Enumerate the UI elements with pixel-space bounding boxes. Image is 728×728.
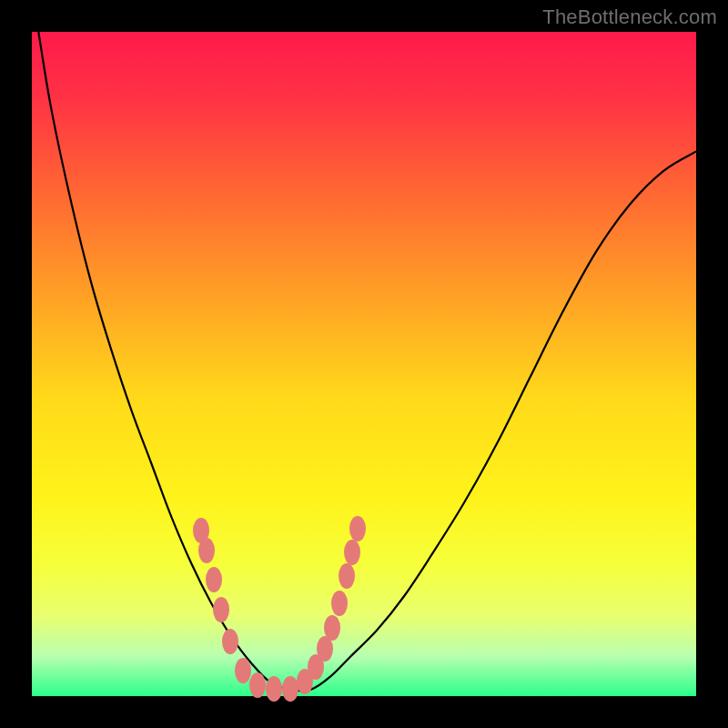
chart-frame: TheBottleneck.com [0,0,728,728]
highlight-marker [349,516,366,541]
highlight-marker [249,672,266,698]
highlight-marker [339,563,355,589]
highlight-marker [235,658,251,683]
watermark-text: TheBottleneck.com [542,5,717,29]
highlight-markers [193,516,366,702]
highlight-marker [266,676,282,702]
highlight-marker [324,615,340,641]
bottleneck-curve [32,32,696,696]
highlight-marker [222,629,238,654]
highlight-marker [344,540,360,565]
highlight-marker [282,676,298,702]
highlight-marker [331,591,348,616]
curve-line [38,32,696,691]
plot-area [32,32,696,696]
highlight-marker [206,567,222,592]
highlight-marker [198,538,215,563]
highlight-marker [213,597,229,622]
